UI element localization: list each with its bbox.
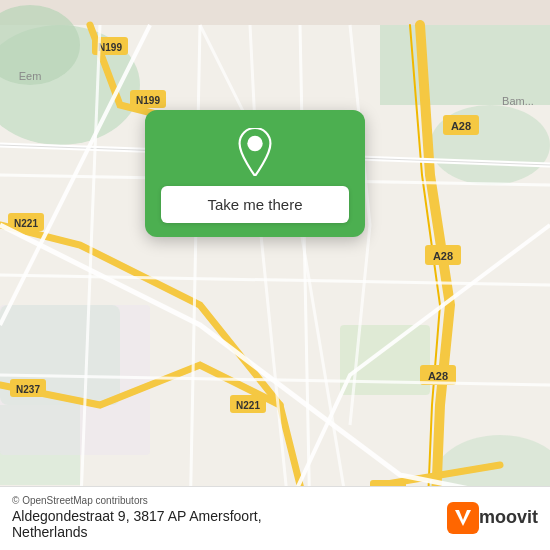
address-block: © OpenStreetMap contributors Aldegondest… — [12, 495, 262, 540]
location-card: Take me there — [145, 110, 365, 237]
map-pin-icon — [231, 128, 279, 176]
moovit-logo-text: moovit — [479, 507, 538, 528]
svg-text:A28: A28 — [451, 120, 471, 132]
address-line2: Netherlands — [12, 524, 88, 540]
svg-text:N221: N221 — [14, 218, 38, 229]
svg-text:N237: N237 — [16, 384, 40, 395]
address-line1: Aldegondestraat 9, 3817 AP Amersfoort, — [12, 508, 262, 524]
svg-rect-4 — [380, 25, 550, 105]
address-text: Aldegondestraat 9, 3817 AP Amersfoort, N… — [12, 508, 262, 540]
svg-text:A28: A28 — [433, 250, 453, 262]
svg-text:N199: N199 — [136, 95, 160, 106]
svg-text:N221: N221 — [236, 400, 260, 411]
map-container: A28 A28 A28 N199 N199 N221 N221 N237 N22… — [0, 0, 550, 550]
bottom-bar: © OpenStreetMap contributors Aldegondest… — [0, 486, 550, 550]
moovit-logo: moovit — [447, 502, 538, 534]
osm-credit: © OpenStreetMap contributors — [12, 495, 262, 506]
map-background: A28 A28 A28 N199 N199 N221 N221 N237 N22… — [0, 0, 550, 550]
svg-text:Bam...: Bam... — [502, 95, 534, 107]
osm-copyright: © OpenStreetMap contributors — [12, 495, 148, 506]
svg-text:Eem: Eem — [19, 70, 42, 82]
svg-rect-32 — [447, 502, 479, 534]
svg-text:A28: A28 — [428, 370, 448, 382]
svg-text:N199: N199 — [98, 42, 122, 53]
take-me-there-button[interactable]: Take me there — [161, 186, 349, 223]
moovit-logo-icon — [447, 502, 479, 534]
svg-point-31 — [247, 136, 262, 151]
